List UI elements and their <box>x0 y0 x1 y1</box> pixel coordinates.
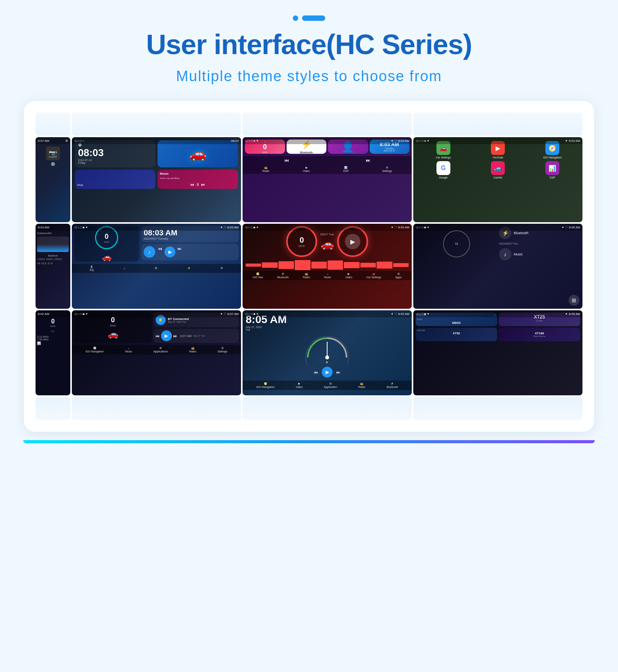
igo-icon-r3-2[interactable]: 🧭iGO Navigation <box>85 347 104 353</box>
youtube-label: YouTube <box>492 156 503 159</box>
dsp-app-icon: 📊 <box>545 161 559 175</box>
play-r3-2[interactable]: ▶ <box>161 330 172 341</box>
balance-label: Balance <box>37 254 69 257</box>
play-r2-2[interactable]: ▶ <box>165 247 175 257</box>
xt188-desc: Multi-theme <box>533 335 545 337</box>
settings-icon-r3-2[interactable]: ⚙Settings <box>217 347 227 353</box>
app-icon-r3-3[interactable]: ⊞Application <box>324 382 337 388</box>
next-icon-s2[interactable]: ⏭ <box>201 182 205 187</box>
dsp-nav-icon[interactable]: 📊DSP <box>343 166 348 172</box>
screen-cell-r2-2: ◁ ○ □ ■ ✦ ✦ ♡ 8:03 AM 0 km/h 🚗 <box>72 224 241 309</box>
subwoofer-eq <box>37 236 69 252</box>
apps-btn-r2-4[interactable]: ⊞ <box>569 295 579 306</box>
bt-icon-nav-r2-3[interactable]: ⚡Bluetooth <box>277 272 289 279</box>
next-icon-s3[interactable]: ⏭ <box>366 158 370 163</box>
freq2-r3: 7.50 MHz <box>37 338 69 341</box>
speed-val-r3: 0 <box>37 318 69 325</box>
apps-icon-r2-2[interactable]: ⊞ <box>155 267 157 270</box>
apps-icon2-r2-3[interactable]: ⊞Apps <box>396 272 402 279</box>
music-circle-r2-4: ♪ <box>499 248 511 260</box>
google-app[interactable]: G Google <box>417 161 469 179</box>
screen-cell-r3-4: ◁ ○ □ ■ ✦ ✦ 8:45 AM 8:45 AM 0 km/h MD03 <box>413 310 582 395</box>
radio-icon-r3-2[interactable]: 📻Radio <box>189 347 196 353</box>
play-icon-r3: ▷▷ <box>37 330 69 332</box>
settings-nav-icon[interactable]: ⚙Settings <box>382 166 392 172</box>
bottom-nav-r3-2: 🧭iGO Navigation ♪Music ⊞Applications 📻Ra… <box>72 345 241 354</box>
igo-icon-r3-3[interactable]: 🧭iGO Navigation <box>256 382 274 388</box>
video-icon-r3-3[interactable]: ▶Video <box>296 382 303 388</box>
app-lbl-r3-3: Application <box>324 386 337 388</box>
speed-unit-r3: km/h <box>37 325 69 327</box>
prev-icon-s3[interactable]: ⏮ <box>284 158 289 163</box>
prev-r3-2[interactable]: ⏮ <box>156 334 160 338</box>
wave-2 <box>262 262 277 268</box>
xt188-cell: XT188 Multi-theme <box>499 328 580 341</box>
bt-icon-r2-2[interactable]: ⚡ <box>187 267 191 270</box>
screen-s1-side: 9:07 AM ⚙ 📷 ⚙️ <box>36 137 70 222</box>
media-controls-s3: ⏮ ⏭ <box>243 156 412 165</box>
bottom-gradient-bar <box>23 440 595 443</box>
google-label: Google <box>439 176 448 179</box>
carsettings-lbl-r2-3: Car Settings <box>366 276 381 279</box>
bt-text-r3-2: BT Connected Sep 27, 2022 Tue <box>168 317 189 323</box>
media-play-r2-3[interactable]: ▶ <box>345 234 360 249</box>
settings-lbl-r3-2: Settings <box>217 350 227 353</box>
analog-clock-r2-4: 12 <box>416 227 497 260</box>
radio-icon-r3-3[interactable]: 📻Radio <box>358 382 365 388</box>
speed-unit-s3: km/h <box>262 151 267 153</box>
music-icon-r3-2[interactable]: ♪Music <box>125 347 132 353</box>
carinfo-app[interactable]: 🚙 CarInfo <box>472 161 524 179</box>
faded-bottom-0 <box>36 397 70 420</box>
screen-r3-3: ◁ ○ □ ■ ✦ ✦ ♡ 8:05 AM 8:05 AM Sep 27, 20… <box>243 310 412 395</box>
prev-icon-s2[interactable]: ⏮ <box>190 182 194 187</box>
xt25-speed: 0 km/h <box>500 320 579 322</box>
car-r3-2: 🚗 <box>108 329 118 339</box>
settings-icon-r2-2[interactable]: ⚙ <box>221 267 223 270</box>
clock-time-s2: 08:03 <box>78 147 152 159</box>
dsp-app-label: DSP <box>550 176 555 179</box>
md03-label: MD03 <box>417 321 496 325</box>
date-r3-3: Sep 27, 2022 <box>246 326 409 328</box>
igo-nav-label: IGO Navigation <box>543 156 562 159</box>
screen-s2: ◁ ○ □ ↑ 08:03 🕐 08:03 2022-07-22 Friday … <box>72 137 241 222</box>
video-nav-icon[interactable]: ▶Video <box>303 166 310 172</box>
radio-lbl-r3-3: Radio <box>358 386 365 388</box>
page-title: User interface(HC Series) <box>146 29 472 60</box>
next-r3-2[interactable]: ⏭ <box>173 334 177 338</box>
apps-icon-r3-2[interactable]: ⊞Applications <box>153 347 168 353</box>
faded-top-2 <box>243 112 412 136</box>
prev-r2-2[interactable]: ⏮ <box>158 247 162 257</box>
play-r3-3[interactable]: ▶ <box>322 367 333 378</box>
radio-icon-r2-3[interactable]: 📻Radio <box>303 272 310 279</box>
day-r3-3: Tue <box>246 328 409 331</box>
music-icon-nav-r2-2[interactable]: ♪ <box>124 267 125 270</box>
nav-r2-3: ◁ ○ □ ■ ✦ <box>245 226 259 229</box>
music-icon2-r2-3[interactable]: ♪Music <box>324 273 331 279</box>
carsettings-icon-r2-3[interactable]: 🚗Car Settings <box>366 272 381 279</box>
settings-label-s3: Settings <box>382 170 392 172</box>
radio-nav-icon[interactable]: 📻Radio <box>262 166 269 172</box>
play-icon-s2[interactable]: ⏸ <box>196 182 200 187</box>
music2-lbl-r2-3: Music <box>324 276 331 279</box>
media-r3-3: ⏮ ▶ ⏭ <box>246 367 409 378</box>
next-r3-3[interactable]: ⏭ <box>336 370 340 374</box>
nav-r3-2: ◁ ○ □ ■ ✦ <box>74 312 88 316</box>
next-r2-2[interactable]: ⏭ <box>178 247 182 257</box>
time-s3: ✦ ♡ 8:03 AM <box>391 139 409 143</box>
prev-r3-3[interactable]: ⏮ <box>314 370 318 374</box>
page-subtitle: Multiple theme styles to choose from <box>176 68 442 85</box>
eq-icon-r2-2[interactable]: 🎛EQ <box>90 265 94 271</box>
dsp-app[interactable]: 📊 DSP <box>526 161 579 179</box>
screen-r3-2: ◁ ○ □ ■ ✦ ✦ ♡ 8:07 AM 0 km/h 🚗 ⚡ <box>72 310 241 395</box>
bottom-icons-s3: 📻Radio ▶Video 📊DSP ⚙Settings <box>243 165 412 174</box>
map-widget-s2: Map <box>75 170 155 189</box>
map-label-s2: Map <box>77 183 153 187</box>
igo-icon-r2-3[interactable]: 🧭iGO Nav <box>253 272 263 279</box>
speed-unit-r3-2: km/h <box>110 324 116 327</box>
video-icon-r2-3[interactable]: ▶Video <box>345 272 352 279</box>
header-dots <box>293 15 325 21</box>
wave-6 <box>328 260 343 270</box>
music-widget-s2: Music never say goodbay ⏮ ⏸ ⏭ <box>158 170 238 189</box>
bt-icon-r3-3[interactable]: ⚡Bluetooth <box>387 382 398 388</box>
status-bar-r2-3: ◁ ○ □ ■ ✦ ✦ ♡ 8:06 AM <box>243 224 412 231</box>
